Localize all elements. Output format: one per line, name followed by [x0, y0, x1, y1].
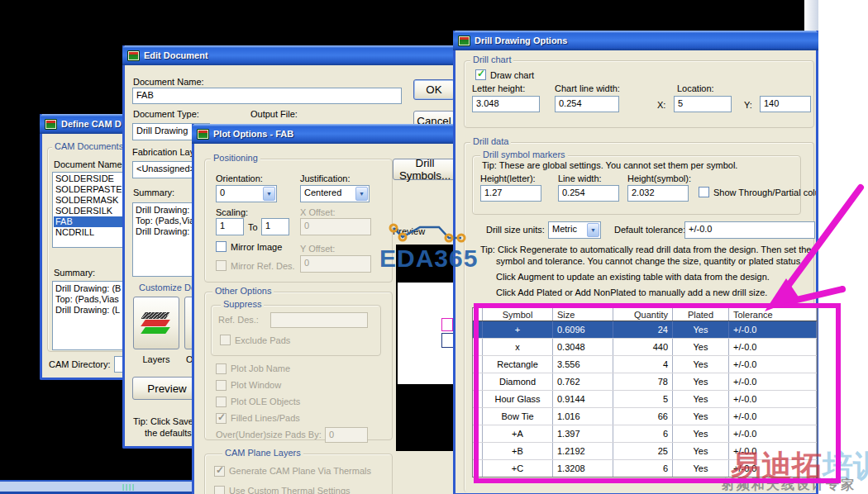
table-row[interactable]: +0.609624Yes+/-0.0 — [473, 321, 817, 339]
scale-from-field[interactable]: 1 — [216, 218, 244, 235]
orientation-dropdown[interactable]: 0 ▼ — [216, 185, 277, 202]
default-tolerance-label: Default tolerance: — [614, 225, 685, 235]
exclude-pads-checkbox: Exclude Pads — [220, 335, 290, 345]
y-offset-field: 0 — [300, 255, 371, 273]
cell: +/-0.0 — [729, 339, 817, 355]
location-label: Location: — [677, 83, 714, 93]
checkbox-label: Plot Window — [231, 380, 281, 390]
drill-size-units-dropdown[interactable]: Metric ▼ — [548, 221, 601, 239]
table-row[interactable]: Hour Glass0.91445Yes+/-0.0 — [473, 391, 817, 408]
scaling-label: Scaling: — [216, 207, 248, 217]
checkbox-generate-cam-plane-via-thermals: Generate CAM Plane Via Thermals — [214, 461, 371, 481]
mirror-image-checkbox[interactable]: Mirror Image — [216, 241, 282, 252]
checkbox-plot-job-name: Plot Job Name — [216, 360, 300, 377]
group-label: Other Options — [212, 286, 274, 296]
table-row[interactable]: Diamond0.76278Yes+/-0.0 — [473, 373, 817, 391]
cell: 1.397 — [553, 425, 613, 442]
plot-options-titlebar[interactable]: Plot Options - FAB — [192, 124, 465, 144]
checkbox-icon — [220, 335, 231, 345]
row-selector — [473, 373, 483, 390]
show-through-partial-checkbox[interactable]: Show Through/Partial colum — [699, 187, 816, 197]
preview-label: Preview — [393, 226, 425, 236]
height-symbol-field[interactable]: 2.032 — [627, 185, 689, 202]
checkbox-icon — [216, 380, 227, 391]
pads-icon — [45, 119, 57, 130]
layers-button-label: Layers — [133, 354, 179, 364]
group-label: Drill symbol markers — [480, 150, 568, 159]
chart-line-width-field[interactable]: 0.254 — [555, 96, 619, 112]
checkbox-icon — [475, 69, 486, 80]
checkbox-icon — [214, 486, 225, 494]
plot-options-dialog: Plot Options - FAB Positioning Orientati… — [192, 124, 465, 494]
document-name-field[interactable]: FAB — [132, 88, 402, 104]
line-width-field[interactable]: 0.254 — [558, 185, 619, 202]
y-offset-label: Y Offset: — [300, 244, 335, 254]
table-row[interactable]: Bow Tie1.01666Yes+/-0.0 — [473, 408, 817, 425]
justification-dropdown[interactable]: Centered ▼ — [300, 185, 370, 202]
cell: Yes — [673, 460, 729, 477]
chevron-down-icon[interactable]: ▼ — [263, 187, 275, 201]
cell: 6 — [613, 460, 673, 477]
cell: +/-0.0 — [729, 408, 817, 425]
group-label: Suppress — [221, 299, 264, 309]
ok-button[interactable]: OK — [413, 79, 455, 100]
orientation-label: Orientation: — [216, 173, 263, 183]
cell: +/-0.0 — [729, 391, 817, 407]
window-title: Plot Options - FAB — [213, 129, 293, 139]
table-row[interactable]: x0.3048440Yes+/-0.0 — [473, 339, 817, 356]
group-label: Drill chart — [470, 55, 513, 64]
scrollbar-grip[interactable] — [122, 484, 134, 491]
cell: 4 — [613, 356, 673, 373]
row-selector — [473, 339, 483, 355]
drill-size-units-label: Drill size units: — [486, 225, 545, 235]
cell: Yes — [673, 425, 729, 442]
cell: + — [483, 321, 553, 338]
scale-to-field[interactable]: 1 — [261, 218, 289, 235]
cell: +/-0.0 — [729, 356, 817, 373]
cell: Yes — [673, 443, 729, 459]
table-row[interactable]: Rectangle3.5564Yes+/-0.0 — [473, 356, 817, 373]
brand-tagline-watermark: 射频和天线设计专家 — [722, 477, 856, 494]
location-y-field[interactable]: 140 — [760, 96, 811, 112]
row-selector — [473, 356, 483, 373]
checkbox-label: Draw chart — [490, 70, 534, 80]
pads-icon — [127, 50, 140, 61]
line-width-label: Line width: — [558, 173, 602, 183]
cell: Yes — [673, 356, 729, 373]
group-label: CAM Plane Layers — [222, 448, 303, 458]
height-letter-field[interactable]: 1.27 — [480, 185, 541, 202]
preview-magenta-shape — [441, 318, 453, 331]
draw-chart-checkbox[interactable]: Draw chart — [475, 69, 534, 80]
layers-button[interactable] — [133, 297, 179, 349]
document-type-label: Document Type: — [133, 109, 199, 119]
text-line: symbol and tolerance. You cannot change … — [496, 255, 812, 267]
cell: 1.3208 — [553, 460, 613, 477]
cell: 66 — [613, 408, 673, 425]
plot-checkbox-list: Plot Job NamePlot WindowPlot OLE Objects… — [216, 360, 300, 426]
cell: Yes — [673, 321, 729, 338]
plot-preview-pane[interactable] — [396, 245, 457, 451]
checkbox-icon — [216, 241, 227, 252]
window-title: Define CAM D — [61, 119, 122, 129]
checkbox-label: Show Through/Partial colum — [713, 188, 816, 197]
height-letter-label: Height(letter): — [480, 173, 536, 183]
column-header: Plated — [673, 308, 729, 321]
row-selector — [473, 391, 483, 407]
row-selector — [473, 425, 483, 442]
row-selector — [473, 308, 483, 321]
edit-document-titlebar[interactable]: Edit Document — [122, 45, 463, 65]
letter-height-field[interactable]: 3.048 — [472, 96, 540, 112]
window-title: Drill Drawing Options — [475, 36, 567, 45]
drill-symbols-button[interactable]: Drill Symbols... — [393, 159, 457, 180]
cell: 440 — [613, 339, 673, 355]
default-tolerance-field[interactable]: +/-0.0 — [684, 221, 815, 239]
document-name-label: Document Name: — [133, 77, 204, 87]
cell: 25 — [613, 443, 673, 459]
drill-options-titlebar[interactable]: Drill Drawing Options — [453, 31, 818, 50]
chart-line-width-label: Chart line width: — [555, 83, 620, 93]
chevron-down-icon[interactable]: ▼ — [587, 223, 599, 237]
location-x-field[interactable]: 5 — [674, 96, 732, 112]
chevron-down-icon[interactable]: ▼ — [355, 187, 368, 201]
mirror-ref-des-checkbox: Mirror Ref. Des. — [216, 260, 295, 271]
table-row[interactable]: +A1.3976Yes+/-0.0 — [473, 425, 817, 443]
